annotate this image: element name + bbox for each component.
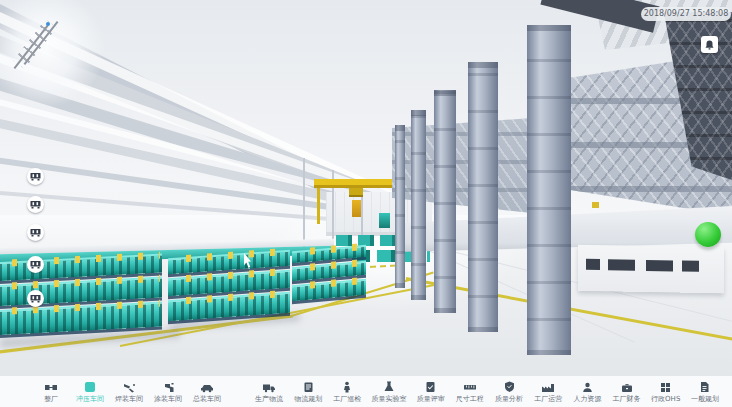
tab-label: 一般规划 [691, 395, 719, 403]
viewport-3d[interactable] [0, 0, 732, 375]
tab-label: 工厂巡检 [333, 395, 361, 403]
factory-ops-icon [541, 381, 555, 393]
tab-whole-plant[interactable]: 整厂 [36, 381, 66, 403]
tab-label: 总装车间 [193, 395, 221, 403]
crane-leg [317, 188, 320, 224]
skylight-glow [0, 0, 106, 108]
tab-stamping-workshop[interactable]: 冲压车间 [75, 381, 105, 403]
plan-doc-icon [699, 381, 710, 393]
flask-icon [383, 381, 395, 393]
press-machine-icon [30, 228, 41, 237]
pulpit-window [646, 260, 673, 271]
pulpit-window [586, 259, 600, 270]
press-machine-icon [30, 260, 41, 269]
press-machine-icon [30, 172, 41, 181]
press-line-cluster[interactable] [292, 245, 366, 303]
green-status-sphere[interactable] [695, 222, 721, 247]
steel-column [468, 62, 498, 332]
machine-marker-button[interactable] [27, 224, 44, 241]
equipment [592, 202, 599, 208]
tab-factory-patrol[interactable]: 工厂巡检 [332, 381, 362, 403]
tab-production-logistics[interactable]: 生产物流 [254, 381, 284, 403]
tab-factory-finance[interactable]: 工厂财务 [612, 381, 642, 403]
tab-painting-workshop[interactable]: 涂装车间 [153, 381, 183, 403]
tab-label: 工厂财务 [613, 395, 641, 403]
forklift [379, 213, 390, 228]
pulpit-window [608, 259, 635, 270]
tab-label: 工厂运营 [534, 395, 562, 403]
tab-general-planning[interactable]: 一般规划 [690, 381, 720, 403]
notification-button[interactable] [701, 36, 718, 53]
bottom-toolbar: 整厂 冲压车间 焊装车间 涂装车间 总装车间 生产物流 [0, 375, 732, 407]
tab-quality-lab[interactable]: 质量实验室 [372, 381, 407, 403]
tab-quality-review[interactable]: 质量评审 [416, 381, 446, 403]
steel-column [395, 125, 405, 288]
tab-label: 冲压车间 [76, 395, 104, 403]
tab-label: 质量实验室 [372, 395, 407, 403]
machine-marker-button[interactable] [27, 290, 44, 307]
steel-column [527, 25, 571, 355]
tab-label: 质量评审 [417, 395, 445, 403]
machine-marker-button[interactable] [27, 168, 44, 185]
press-machine-icon [30, 294, 41, 303]
digital-twin-app: 2018/09/27 15:48:08 整厂 冲压车间 焊装车间 涂装车间 [0, 0, 732, 407]
patrol-person-icon [342, 381, 352, 393]
control-pulpit [578, 245, 724, 294]
tab-admin-ohs[interactable]: 行政OHS [651, 381, 681, 403]
stamping-press-icon [84, 381, 96, 393]
tab-label: 尺寸工程 [456, 395, 484, 403]
tab-logistics-planning[interactable]: 物流规划 [293, 381, 323, 403]
robot-arm [352, 200, 361, 217]
function-tabs: 生产物流 物流规划 工厂巡检 质量实验室 质量评审 尺寸工程 [254, 376, 720, 407]
steel-column [434, 90, 456, 313]
tab-label: 涂装车间 [154, 395, 182, 403]
tab-label: 焊装车间 [115, 395, 143, 403]
press-line-cluster[interactable] [168, 250, 290, 325]
welding-icon [123, 381, 136, 393]
ruler-icon [463, 381, 477, 393]
press-line-cluster[interactable] [0, 254, 162, 345]
ladder-tip-light [46, 22, 50, 26]
briefcase-icon [621, 381, 633, 393]
tab-quality-analysis[interactable]: 质量分析 [494, 381, 524, 403]
truck-icon [262, 381, 276, 393]
person-icon [582, 381, 593, 393]
tab-label: 整厂 [44, 395, 58, 403]
steel-column [411, 110, 426, 300]
workshop-tabs: 整厂 冲压车间 焊装车间 涂装车间 总装车间 [36, 376, 222, 407]
tab-assembly-workshop[interactable]: 总装车间 [192, 381, 222, 403]
tab-label: 生产物流 [255, 395, 283, 403]
tab-label: 行政OHS [651, 395, 680, 403]
shield-icon [504, 381, 515, 393]
tab-dimension-engineering[interactable]: 尺寸工程 [455, 381, 485, 403]
distant-post [303, 158, 305, 252]
tab-label: 人力资源 [573, 395, 601, 403]
tab-label: 质量分析 [495, 395, 523, 403]
bell-icon [705, 40, 714, 50]
factory-overview-icon [44, 381, 58, 393]
machine-marker-button[interactable] [27, 196, 44, 213]
machine-marker-button[interactable] [27, 256, 44, 273]
pulpit-window [682, 261, 699, 272]
tab-factory-operations[interactable]: 工厂运营 [533, 381, 563, 403]
paint-spray-icon [162, 381, 175, 393]
tab-welding-workshop[interactable]: 焊装车间 [114, 381, 144, 403]
datetime-display: 2018/09/27 15:48:08 [641, 7, 731, 21]
review-doc-icon [425, 381, 436, 393]
grid-icon [660, 381, 671, 393]
tab-human-resources[interactable]: 人力资源 [572, 381, 602, 403]
car-assembly-icon [200, 381, 214, 393]
press-machine-icon [30, 200, 41, 209]
tab-label: 物流规划 [294, 395, 322, 403]
crane-trolley [349, 188, 363, 197]
clipboard-icon [303, 381, 314, 393]
